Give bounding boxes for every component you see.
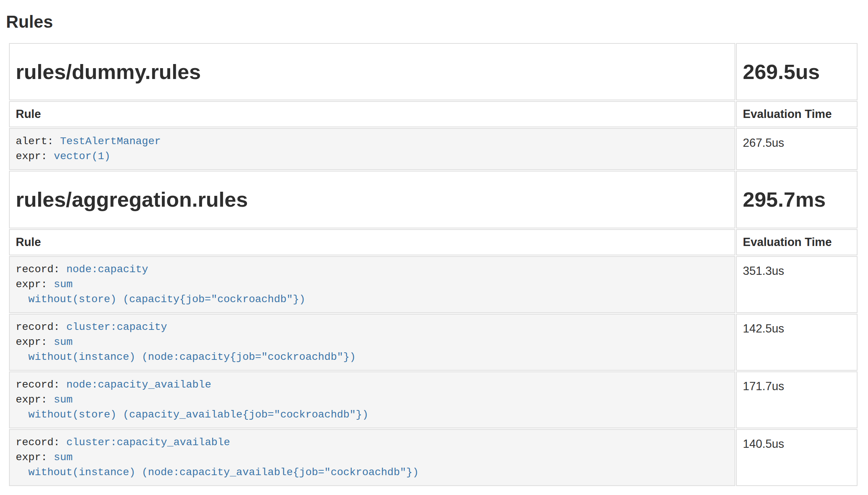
evaluation-time-cell: 142.5us <box>736 314 858 371</box>
record-keyword: record: <box>16 321 60 333</box>
rule-expr-continuation-line: without(instance) (node:capacity{job="co… <box>16 350 729 365</box>
alert-name-link[interactable]: TestAlertManager <box>60 136 161 147</box>
evaluation-time-cell: 267.5us <box>736 128 858 170</box>
rule-cell: record:cluster:capacity expr:sum without… <box>9 314 735 371</box>
expr-keyword: expr: <box>16 394 47 406</box>
rule-record-line: record:cluster:capacity_available <box>16 435 729 450</box>
rule-expr-line: expr:sum <box>16 450 729 465</box>
group-header-row: rules/dummy.rules 269.5us <box>9 43 858 101</box>
rule-cell: record:node:capacity_available expr:sum … <box>9 371 735 428</box>
page-title: Rules <box>6 12 862 32</box>
expr-keyword: expr: <box>16 452 47 463</box>
rule-column-header: Rule <box>9 101 735 127</box>
rule-record-line: record:node:capacity <box>16 262 729 277</box>
rule-row: record:node:capacity_available expr:sum … <box>9 371 858 428</box>
alert-keyword: alert: <box>16 136 54 147</box>
expr-link[interactable]: sum <box>54 279 72 290</box>
column-header-row: Rule Evaluation Time <box>9 229 858 255</box>
rule-record-line: record:node:capacity_available <box>16 377 729 392</box>
group-evaluation-time: 295.7ms <box>736 171 858 228</box>
rule-record-line: record:cluster:capacity <box>16 320 729 335</box>
rules-table: rules/dummy.rules 269.5us Rule Evaluatio… <box>8 42 858 487</box>
rule-cell: record:node:capacity expr:sum without(st… <box>9 256 735 313</box>
evaluation-time-cell: 140.5us <box>736 429 858 486</box>
column-header-row: Rule Evaluation Time <box>9 101 858 127</box>
expr-keyword: expr: <box>16 151 47 162</box>
evaluation-time-column-header: Evaluation Time <box>736 101 858 127</box>
rule-expr-line: expr:sum <box>16 392 729 407</box>
rule-expr-line: expr:sum <box>16 277 729 292</box>
evaluation-time-cell: 351.3us <box>736 256 858 313</box>
record-name-link[interactable]: node:capacity <box>66 264 148 275</box>
expr-link[interactable]: sum <box>54 452 72 463</box>
rule-cell: record:cluster:capacity_available expr:s… <box>9 429 735 486</box>
expr-keyword: expr: <box>16 336 47 348</box>
expr-link[interactable]: without(instance) (node:capacity{job="co… <box>16 351 356 363</box>
rule-expr-continuation-line: without(store) (capacity{job="cockroachd… <box>16 292 729 307</box>
expr-link[interactable]: without(instance) (node:capacity_availab… <box>16 467 419 478</box>
rule-row: record:cluster:capacity expr:sum without… <box>9 314 858 371</box>
rule-expr-line: expr:vector(1) <box>16 149 729 164</box>
evaluation-time-column-header: Evaluation Time <box>736 229 858 255</box>
rule-cell: alert:TestAlertManager expr:vector(1) <box>9 128 735 170</box>
rule-column-header: Rule <box>9 229 735 255</box>
record-name-link[interactable]: node:capacity_available <box>66 379 211 391</box>
rule-expr-continuation-line: without(store) (capacity_available{job="… <box>16 407 729 422</box>
rule-row: record:node:capacity expr:sum without(st… <box>9 256 858 313</box>
rule-expr-line: expr:sum <box>16 335 729 350</box>
rule-alert-line: alert:TestAlertManager <box>16 134 729 149</box>
record-keyword: record: <box>16 379 60 391</box>
expr-link[interactable]: without(store) (capacity{job="cockroachd… <box>16 294 305 305</box>
evaluation-time-cell: 171.7us <box>736 371 858 428</box>
rule-row: record:cluster:capacity_available expr:s… <box>9 429 858 486</box>
rule-row: alert:TestAlertManager expr:vector(1) 26… <box>9 128 858 170</box>
expr-link[interactable]: without(store) (capacity_available{job="… <box>16 409 368 420</box>
group-header-row: rules/aggregation.rules 295.7ms <box>9 171 858 228</box>
group-name: rules/dummy.rules <box>9 43 735 101</box>
group-evaluation-time: 269.5us <box>736 43 858 101</box>
record-keyword: record: <box>16 264 60 275</box>
expr-link[interactable]: vector(1) <box>54 151 110 162</box>
expr-link[interactable]: sum <box>54 336 72 348</box>
record-name-link[interactable]: cluster:capacity <box>66 321 167 333</box>
expr-keyword: expr: <box>16 279 47 290</box>
rule-expr-continuation-line: without(instance) (node:capacity_availab… <box>16 465 729 480</box>
record-keyword: record: <box>16 437 60 448</box>
expr-link[interactable]: sum <box>54 394 72 406</box>
record-name-link[interactable]: cluster:capacity_available <box>66 437 230 448</box>
group-name: rules/aggregation.rules <box>9 171 735 228</box>
